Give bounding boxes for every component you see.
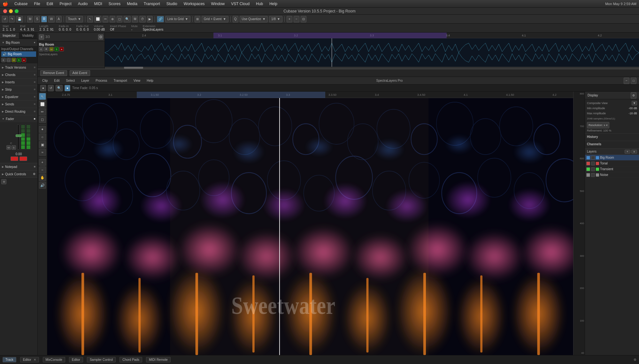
apple-menu[interactable]: 🍎 <box>3 1 8 6</box>
length-value[interactable]: 2. 3. 2. 91 <box>39 28 53 31</box>
tab-settings-icon[interactable]: ⚙ <box>634 358 636 361</box>
layers-settings-btn[interactable]: ≡ <box>631 150 637 154</box>
link-to-grid-btn[interactable]: 🔗 <box>157 16 164 22</box>
tab-editor[interactable]: Editor ✕ <box>20 357 39 362</box>
remove-event-btn[interactable]: Remove Event <box>40 70 67 76</box>
sl-tool-pointer[interactable]: ↖ <box>39 93 46 100</box>
sl-menu-edit[interactable]: Edit <box>52 79 61 82</box>
strip-header[interactable]: ▶ Strip ≡ <box>0 86 37 93</box>
composite-view-dropdown[interactable]: ▼ <box>632 101 637 105</box>
add-event-btn[interactable]: Add Event <box>70 70 90 76</box>
layer-transient-vis[interactable] <box>586 167 590 171</box>
tool-zoom[interactable]: 🔍 <box>124 16 131 22</box>
tool-range[interactable]: ⬜ <box>94 16 101 22</box>
min-amp-value[interactable]: -00 dB <box>628 107 637 110</box>
sl-tool-zoom-in[interactable]: + <box>39 159 46 166</box>
sl-menu-process[interactable]: Process <box>94 79 109 82</box>
sl-zoom-btn[interactable]: 🔍 <box>56 85 63 91</box>
track-solo-btn[interactable]: S <box>54 47 59 51</box>
layer-transient[interactable]: Transient <box>585 166 639 172</box>
sl-maximize-btn[interactable]: □ <box>631 78 636 84</box>
close-window-btn[interactable] <box>3 9 7 13</box>
volume-value[interactable]: 0.00 dB <box>94 28 105 31</box>
tool-split[interactable]: ✂ <box>103 16 108 22</box>
big-room-channel[interactable]: 🔊 Big Room <box>1 51 36 57</box>
track-monitor-btn[interactable]: 👁 <box>44 47 49 51</box>
layer-bigroom-lock[interactable] <box>591 156 595 160</box>
layer-noise-vis[interactable] <box>586 173 590 177</box>
tab-track[interactable]: Track <box>3 357 16 362</box>
menu-cubase[interactable]: Cubase <box>13 2 29 6</box>
menu-project[interactable]: Project <box>58 2 73 6</box>
layer-bigroom[interactable]: Big Room <box>585 155 639 161</box>
sl-menu-transport[interactable]: Transport <box>112 79 129 82</box>
tool-play[interactable]: ▶ <box>147 16 153 22</box>
zoom-out-btn[interactable]: − <box>294 16 299 22</box>
ch-edit-btn[interactable]: E <box>1 58 6 62</box>
tool-erase[interactable]: ◻ <box>117 16 122 22</box>
mode-m[interactable]: M <box>27 16 33 22</box>
fader-value[interactable]: 0.00 <box>16 152 22 156</box>
zoom-in-btn[interactable]: + <box>287 16 292 22</box>
menu-window[interactable]: Window <box>210 2 226 6</box>
mute-value[interactable]: - <box>131 28 138 31</box>
tool-glue[interactable]: ⊕ <box>110 16 115 22</box>
tab-chord-pads[interactable]: Chord Pads <box>119 357 142 362</box>
sl-menu-select[interactable]: Select <box>64 79 77 82</box>
tab-inspector[interactable]: Inspector <box>0 33 19 39</box>
equalizer-header[interactable]: ▶ Equalizer ≡ <box>0 93 37 100</box>
ch-rec-btn[interactable]: ● <box>22 58 26 62</box>
sl-menu-clip[interactable]: Clip <box>40 79 50 82</box>
max-amp-value[interactable]: -18 dB <box>628 112 637 115</box>
sl-active-btn[interactable]: ● <box>65 85 70 91</box>
layer-transient-lock[interactable] <box>591 167 595 171</box>
fader-header[interactable]: ▼ Fader ■ <box>0 115 37 122</box>
layers-add-btn[interactable]: + <box>625 150 630 154</box>
inserts-header[interactable]: ▶ Inserts ≡ <box>0 79 37 86</box>
invert-phase-value[interactable]: Off <box>110 28 126 31</box>
sl-menu-layer[interactable]: Layer <box>79 79 91 82</box>
mode-s[interactable]: S <box>34 16 40 22</box>
inspector-gear-btn[interactable]: ⚙ <box>1 179 6 184</box>
grid-event-dropdown[interactable]: Grid + Event ▼ <box>202 16 228 22</box>
mode-a[interactable]: A <box>56 16 62 22</box>
sends-header[interactable]: ▶ Sends ≡ <box>0 101 37 108</box>
tab-sampler-control[interactable]: Sampler Control <box>87 357 116 362</box>
sl-tool-speaker[interactable]: 🔊 <box>39 182 46 189</box>
sl-tool-lasso[interactable]: ○ <box>39 133 46 140</box>
track-mute-btn[interactable]: M <box>49 47 54 51</box>
menu-midi[interactable]: MIDI <box>93 2 103 6</box>
sl-menu-help[interactable]: Help <box>145 79 155 82</box>
track-rec-btn[interactable]: ● <box>59 47 64 51</box>
menu-transport[interactable]: Transport <box>142 2 161 6</box>
sl-tool-select[interactable]: ⬜ <box>39 101 46 108</box>
sl-tool-stamp[interactable]: ▣ <box>39 141 46 148</box>
menu-scores[interactable]: Scores <box>107 2 122 6</box>
quantize-val-dropdown[interactable]: 1/8 ▼ <box>269 16 282 22</box>
sl-tool-hand[interactable]: ✋ <box>39 174 46 181</box>
track-edit-btn[interactable]: E <box>39 47 43 51</box>
menu-media[interactable]: Media <box>126 2 139 6</box>
tab-editor-2[interactable]: Editor <box>69 357 83 362</box>
direct-routing-header[interactable]: ▶ Direct Routing ≡ <box>0 108 37 115</box>
tab-visibility[interactable]: Visibility <box>19 33 38 39</box>
fader-red-btn[interactable] <box>11 156 18 161</box>
toolbar-undo[interactable]: ↺ <box>2 16 8 22</box>
tab-editor-close[interactable]: ✕ <box>34 358 36 361</box>
maximize-window-btn[interactable] <box>15 9 19 13</box>
track-versions-header[interactable]: ▶ Track Versions ≡ <box>0 64 37 71</box>
menu-vstcloud[interactable]: VST Cloud <box>230 2 251 6</box>
mode-r[interactable]: R <box>41 16 47 22</box>
ch-solo-btn[interactable]: S <box>17 58 21 62</box>
fade-in-value[interactable]: 0. 0. 0. 0 <box>59 28 71 31</box>
sl-tool-magic[interactable]: ✦ <box>39 126 46 133</box>
notepad-header[interactable]: ▶ Notepad ≡ <box>0 163 37 170</box>
toolbar-redo[interactable]: ↷ <box>9 16 15 22</box>
add-track-btn[interactable]: + <box>39 34 44 40</box>
sl-loop-btn[interactable]: ↺ <box>48 85 54 91</box>
layer-bigroom-vis[interactable] <box>586 156 590 160</box>
sl-minimize-btn[interactable]: − <box>624 78 629 84</box>
ch-m-btn[interactable]: M <box>6 145 11 150</box>
tool-time[interactable]: ⏱ <box>139 16 146 22</box>
fader-collapse-btn[interactable]: ■ <box>34 117 35 120</box>
